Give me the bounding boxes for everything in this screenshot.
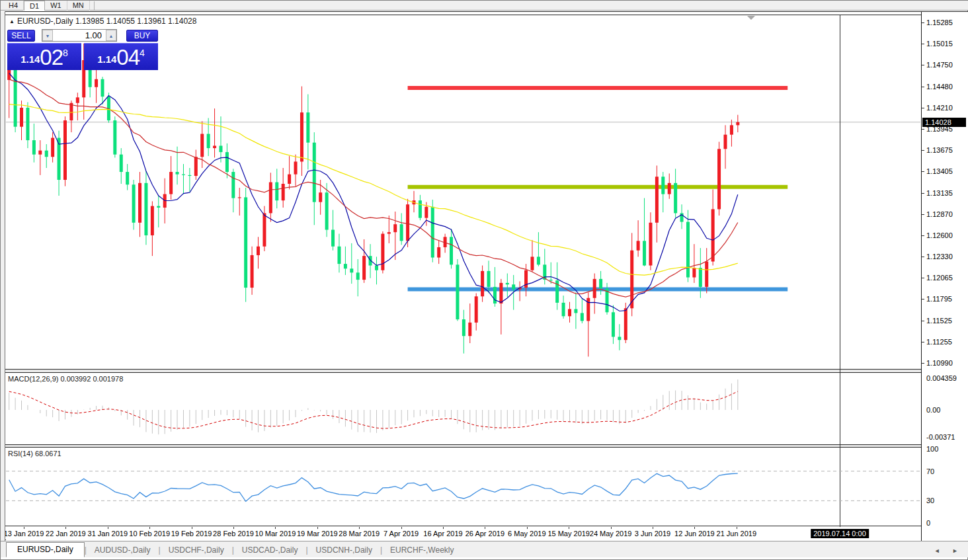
symbol-tab-eurusd[interactable]: EURUSD-,Daily [6, 542, 85, 557]
candle [51, 138, 54, 157]
timeframe-button-d1[interactable]: D1 [24, 1, 45, 11]
buy-button[interactable]: BUY [126, 30, 158, 42]
candle [462, 319, 465, 336]
candle [113, 120, 116, 155]
candle [692, 268, 696, 277]
candle [344, 264, 347, 268]
price-axis[interactable]: 1.152851.150151.147501.144801.142101.139… [921, 12, 968, 541]
candle [400, 224, 403, 241]
candle [655, 177, 659, 223]
tab-scroll-arrows[interactable]: ◄ ► [934, 547, 963, 557]
chart-canvas[interactable] [1, 1, 968, 560]
date-axis-tick [275, 527, 276, 529]
symbol-tab-audusd[interactable]: AUDUSD-,Daily [87, 543, 159, 557]
candle [275, 182, 278, 201]
candle [294, 161, 298, 174]
sell-price-big: 02 [40, 46, 63, 68]
date-axis-tick [317, 527, 318, 529]
price-axis-tick [922, 342, 924, 342]
date-axis-tick [24, 527, 24, 529]
candle [711, 209, 715, 261]
candle [63, 120, 67, 180]
candle [724, 135, 727, 149]
symbol-tab-usdcad[interactable]: USDCAD-,Daily [234, 543, 306, 557]
price-axis-label: 1.11795 [926, 295, 952, 303]
date-axis-label: 13 Jan 2019 [4, 530, 44, 538]
candle [300, 112, 303, 161]
candle [350, 268, 353, 272]
candle [674, 183, 677, 214]
candle [643, 241, 646, 265]
sell-price-sup: 8 [63, 48, 68, 58]
price-axis-tick [922, 363, 924, 364]
candle [219, 145, 222, 152]
price-axis-label: 1.15285 [926, 19, 953, 26]
candle [530, 257, 534, 270]
candle [319, 192, 322, 202]
chart-title-text: EURUSD-,Daily 1.13985 1.14055 1.13961 1.… [17, 17, 197, 26]
price-axis-tick [922, 87, 924, 87]
candle [200, 134, 204, 157]
volume-increase-button[interactable]: ▲ [106, 30, 116, 41]
symbol-tab-usdchf[interactable]: USDCHF-,Daily [161, 543, 232, 557]
candle [493, 287, 497, 303]
candle [736, 122, 739, 126]
candle [126, 172, 129, 184]
date-axis-label: 26 Apr 2019 [465, 530, 504, 538]
candle [512, 284, 515, 289]
mt4-window: H4D1W1MN ▲EURUSD-,Daily 1.13985 1.14055 … [0, 0, 968, 560]
symbol-triangle-icon: ▲ [9, 19, 15, 24]
candle [231, 172, 235, 198]
candle [257, 247, 260, 255]
buy-price-big: 04 [116, 46, 140, 68]
candle [331, 230, 335, 247]
chart-shift-triangle-icon[interactable] [747, 16, 755, 20]
sell-button[interactable]: SELL [7, 30, 35, 42]
candle [251, 255, 254, 288]
rsi-axis-label: 100 [926, 445, 938, 453]
candle [176, 172, 179, 175]
price-axis-label: 1.13675 [926, 146, 953, 154]
price-axis-label: 1.12600 [926, 231, 953, 239]
buy-price-quote[interactable]: 1.14 04 4 [84, 43, 158, 70]
rsi-indicator-label: RSI(14) 68.0671 [8, 450, 61, 458]
date-marker-tag: 2019.07.14 0:00 [811, 529, 869, 538]
candle [499, 283, 503, 303]
symbol-tabbar: EURUSD-,Daily|AUDUSD-,Daily|USDCHF-,Dail… [1, 541, 968, 557]
date-axis-label: 6 May 2019 [508, 530, 545, 538]
symbol-tab-usdcnh[interactable]: USDCNH-,Daily [308, 543, 380, 557]
candle [393, 224, 397, 232]
price-axis-label: 1.12065 [926, 274, 953, 282]
timeframe-button-mn[interactable]: MN [67, 1, 90, 11]
date-axis-tick [192, 527, 192, 529]
date-axis-tick [401, 527, 402, 529]
price-axis-tick [922, 129, 924, 130]
candle [225, 152, 229, 172]
sell-price-quote[interactable]: 1.14 02 8 [7, 43, 81, 70]
price-axis-tick [922, 257, 924, 257]
candle [506, 283, 509, 284]
timeframe-button-h4[interactable]: H4 [3, 1, 24, 11]
date-axis-label: 16 Apr 2019 [423, 530, 462, 538]
timeframe-button-w1[interactable]: W1 [45, 1, 67, 11]
candle [101, 79, 104, 97]
candle [456, 264, 459, 319]
date-axis-label: 10 Feb 2019 [129, 530, 170, 538]
volume-input[interactable] [53, 30, 106, 41]
candle [95, 79, 98, 87]
price-axis-label: 1.14480 [926, 83, 953, 91]
price-axis-tick [922, 299, 924, 300]
candle [32, 140, 36, 155]
date-axis-label: 28 Feb 2019 [213, 530, 254, 538]
symbol-tab-eurchf[interactable]: EURCHF-,Weekly [382, 543, 462, 557]
candle [381, 234, 384, 270]
candle [699, 268, 702, 287]
candle [269, 182, 272, 214]
candle [282, 184, 285, 200]
price-axis-tick [922, 65, 924, 65]
candle [325, 192, 329, 229]
date-axis[interactable]: 13 Jan 201922 Jan 201931 Jan 201910 Feb … [6, 527, 921, 540]
price-axis-label: 1.11525 [926, 317, 952, 325]
volume-decrease-button[interactable]: ▼ [42, 30, 53, 41]
date-axis-tick [149, 527, 150, 529]
